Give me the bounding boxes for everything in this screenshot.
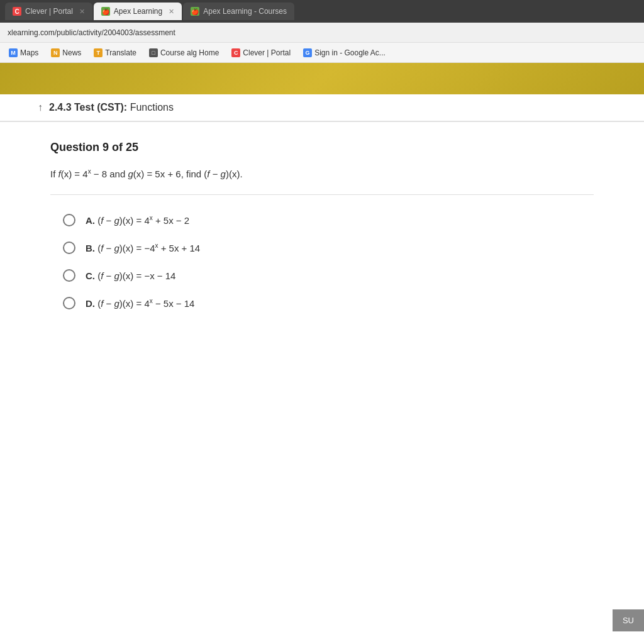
page-content: ↑ 2.4.3 Test (CST): Functions Question 9… (0, 63, 644, 644)
address-text: xlearning.com/public/activity/2004003/as… (8, 28, 175, 37)
apex2-tab-icon: 🍎 (191, 7, 199, 16)
answer-label-d: D. (f − g)(x) = 4x − 5x − 14 (86, 297, 194, 309)
address-bar[interactable]: xlearning.com/public/activity/2004003/as… (0, 23, 644, 43)
tab-apex-learning[interactable]: 🍎 Apex Learning ✕ (94, 3, 182, 20)
tab-clever[interactable]: C Clever | Portal ✕ (5, 3, 92, 20)
clever-tab-icon: C (13, 7, 21, 16)
radio-c[interactable] (63, 269, 75, 282)
apex-tab-icon: 🍎 (101, 7, 110, 16)
google-bookmark-icon: G (303, 48, 312, 57)
test-title-subject: Functions (130, 102, 174, 113)
question-number: Question 9 of 25 (50, 141, 594, 154)
tab-bar: C Clever | Portal ✕ 🍎 Apex Learning ✕ 🍎 … (0, 0, 644, 23)
bookmark-course[interactable]: □ Course alg Home (145, 47, 223, 58)
clever-tab-close[interactable]: ✕ (79, 8, 85, 16)
news-bookmark-icon: N (51, 48, 60, 57)
maps-bookmark-icon: M (9, 48, 18, 57)
radio-a[interactable] (63, 214, 75, 226)
browser-chrome: C Clever | Portal ✕ 🍎 Apex Learning ✕ 🍎 … (0, 0, 644, 63)
test-title-prefix: 2.4.3 Test (CST): (49, 102, 127, 113)
bookmark-maps[interactable]: M Maps (5, 47, 42, 58)
test-title: 2.4.3 Test (CST): Functions (49, 102, 174, 113)
clever-tab-label: Clever | Portal (25, 7, 73, 16)
test-title-bar: ↑ 2.4.3 Test (CST): Functions (0, 94, 644, 122)
radio-d[interactable] (63, 297, 75, 309)
clever-bookmark-label: Clever | Portal (243, 48, 291, 57)
answer-option-c[interactable]: C. (f − g)(x) = −x − 14 (63, 269, 581, 282)
news-bookmark-label: News (62, 48, 81, 57)
page-wrapper: ↑ 2.4.3 Test (CST): Functions Question 9… (0, 63, 644, 644)
translate-bookmark-icon: T (94, 48, 103, 57)
question-divider (50, 194, 594, 195)
apex2-tab-label: Apex Learning - Courses (203, 7, 287, 16)
question-area: Question 9 of 25 If f(x) = 4x − 8 and g(… (0, 122, 644, 644)
answer-label-b: B. (f − g)(x) = −4x + 5x + 14 (86, 242, 200, 253)
upload-icon: ↑ (38, 102, 43, 113)
course-bookmark-icon: □ (149, 48, 158, 57)
answer-option-a[interactable]: A. (f − g)(x) = 4x + 5x − 2 (63, 214, 581, 226)
bookmark-translate[interactable]: T Translate (90, 47, 140, 58)
maps-bookmark-label: Maps (20, 48, 38, 57)
gold-header (0, 63, 644, 94)
bookmark-clever[interactable]: C Clever | Portal (228, 47, 294, 58)
course-bookmark-label: Course alg Home (160, 48, 219, 57)
apex-tab-label: Apex Learning (114, 7, 162, 16)
bookmark-news[interactable]: N News (47, 47, 85, 58)
question-text: If f(x) = 4x − 8 and g(x) = 5x + 6, find… (50, 167, 594, 182)
answer-options: A. (f − g)(x) = 4x + 5x − 2 B. (f − g)(x… (50, 208, 594, 316)
google-bookmark-label: Sign in - Google Ac... (314, 48, 386, 57)
answer-label-c: C. (f − g)(x) = −x − 14 (86, 270, 175, 281)
clever-bookmark-icon: C (231, 48, 240, 57)
answer-option-b[interactable]: B. (f − g)(x) = −4x + 5x + 14 (63, 242, 581, 254)
radio-b[interactable] (63, 242, 75, 254)
bookmark-google[interactable]: G Sign in - Google Ac... (299, 47, 389, 58)
answer-label-a: A. (f − g)(x) = 4x + 5x − 2 (86, 214, 189, 226)
submit-button[interactable]: SU (613, 609, 644, 631)
bookmarks-bar: M Maps N News T Translate □ Course alg H… (0, 43, 644, 63)
translate-bookmark-label: Translate (105, 48, 136, 57)
apex-tab-close[interactable]: ✕ (169, 8, 174, 16)
answer-option-d[interactable]: D. (f − g)(x) = 4x − 5x − 14 (63, 297, 581, 309)
tab-apex-courses[interactable]: 🍎 Apex Learning - Courses (183, 3, 294, 20)
